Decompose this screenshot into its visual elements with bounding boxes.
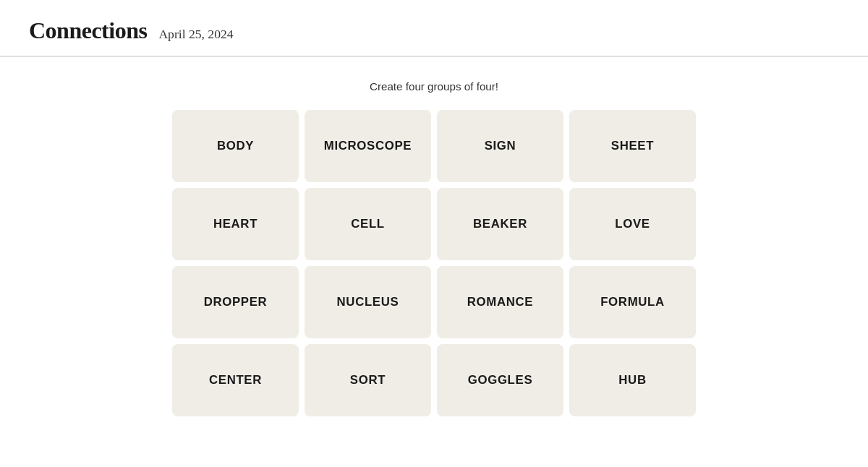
word-card-hub[interactable]: HUB <box>569 344 696 416</box>
word-card-formula[interactable]: FORMULA <box>569 266 696 338</box>
word-label-formula: FORMULA <box>600 295 665 309</box>
word-label-sheet: SHEET <box>611 139 654 153</box>
word-label-body: BODY <box>217 139 254 153</box>
subtitle: Create four groups of four! <box>370 80 498 93</box>
word-card-love[interactable]: LOVE <box>569 188 696 260</box>
word-label-nucleus: NUCLEUS <box>337 295 399 309</box>
word-label-goggles: GOGGLES <box>468 373 533 387</box>
word-label-dropper: DROPPER <box>204 295 268 309</box>
word-label-beaker: BEAKER <box>473 217 527 231</box>
app-title: Connections <box>29 17 147 44</box>
word-card-goggles[interactable]: GOGGLES <box>437 344 563 416</box>
word-card-microscope[interactable]: MICROSCOPE <box>305 110 431 182</box>
word-card-sheet[interactable]: SHEET <box>569 110 696 182</box>
word-card-center[interactable]: CENTER <box>172 344 299 416</box>
word-label-center: CENTER <box>209 373 262 387</box>
word-card-nucleus[interactable]: NUCLEUS <box>305 266 431 338</box>
word-grid: BODYMICROSCOPESIGNSHEETHEARTCELLBEAKERLO… <box>172 110 696 416</box>
word-label-heart: HEART <box>213 217 258 231</box>
word-card-heart[interactable]: HEART <box>172 188 299 260</box>
word-label-hub: HUB <box>618 373 646 387</box>
word-card-beaker[interactable]: BEAKER <box>437 188 563 260</box>
word-label-sort: SORT <box>350 373 386 387</box>
header-date: April 25, 2024 <box>158 27 233 42</box>
word-card-sort[interactable]: SORT <box>305 344 431 416</box>
header: Connections April 25, 2024 <box>0 0 868 56</box>
word-card-body[interactable]: BODY <box>172 110 299 182</box>
word-label-cell: CELL <box>351 217 385 231</box>
word-label-sign: SIGN <box>485 139 516 153</box>
word-label-love: LOVE <box>615 217 650 231</box>
word-card-sign[interactable]: SIGN <box>437 110 563 182</box>
word-label-microscope: MICROSCOPE <box>324 139 412 153</box>
main-content: Create four groups of four! BODYMICROSCO… <box>0 57 868 440</box>
word-card-dropper[interactable]: DROPPER <box>172 266 299 338</box>
word-card-cell[interactable]: CELL <box>305 188 431 260</box>
word-card-romance[interactable]: ROMANCE <box>437 266 563 338</box>
word-label-romance: ROMANCE <box>467 295 533 309</box>
